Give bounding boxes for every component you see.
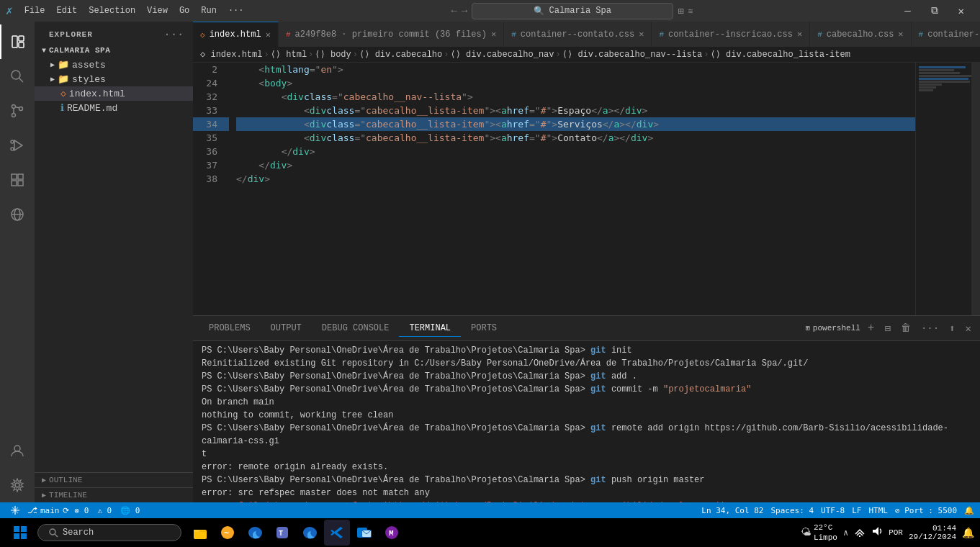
- extra1-taskbar-icon[interactable]: ~: [215, 520, 240, 546]
- tab-css-icon: #: [511, 30, 516, 39]
- tab-close-icon[interactable]: ✕: [898, 29, 903, 40]
- tab-close-icon[interactable]: ✕: [797, 29, 802, 40]
- settings-activity-icon[interactable]: [0, 468, 35, 502]
- terminal-more-btn[interactable]: ···: [918, 321, 942, 335]
- explorer-more-icon[interactable]: ···: [164, 29, 184, 40]
- maximize-btn[interactable]: ⧉: [921, 2, 948, 19]
- close-btn[interactable]: ✕: [948, 2, 974, 20]
- menu-file[interactable]: File: [19, 4, 51, 17]
- edge2-taskbar-icon[interactable]: [297, 520, 323, 546]
- terminal-content[interactable]: PS C:\Users\Baby Personal\OneDrive\Área …: [193, 341, 980, 502]
- tab-cards-css[interactable]: # container--cards.css ✕: [912, 22, 980, 47]
- tab-inscricao-css[interactable]: # container--inscricao.css ✕: [652, 22, 810, 47]
- run-debug-activity-icon[interactable]: [0, 128, 35, 163]
- breadcrumb-item-lista-item[interactable]: ⟨⟩ div.cabecalho_lista-item: [710, 49, 850, 60]
- tab-index-html[interactable]: ◇ index.html ✕: [193, 22, 279, 47]
- explorer-activity-icon[interactable]: [0, 24, 35, 59]
- tab-ports[interactable]: PORTS: [461, 320, 507, 336]
- taskbar-weather[interactable]: 🌤 22°C Limpo: [801, 523, 837, 543]
- start-button[interactable]: [6, 518, 35, 547]
- terminal-kill-btn[interactable]: 🗑: [898, 321, 914, 335]
- extensions-activity-icon[interactable]: [0, 163, 35, 197]
- edge-taskbar-icon[interactable]: [242, 520, 268, 546]
- breadcrumb-item-html[interactable]: ⟨⟩ html: [271, 49, 307, 60]
- svg-rect-11: [12, 174, 17, 179]
- sync-icon[interactable]: ⟳: [63, 506, 69, 515]
- menu-more[interactable]: ···: [222, 4, 250, 17]
- taskbar-time-date[interactable]: 01:44 29/12/2024: [909, 524, 956, 541]
- sidebar-item-readme[interactable]: ℹ README.md: [35, 101, 193, 115]
- layout-icon[interactable]: ⊞: [678, 5, 683, 17]
- tab-cabecalho-css[interactable]: # cabecalho.css ✕: [810, 22, 911, 47]
- source-control-activity-icon[interactable]: [0, 94, 35, 128]
- language-selector[interactable]: POR: [889, 528, 903, 537]
- file-explorer-taskbar-icon[interactable]: [187, 520, 213, 546]
- language-indicator[interactable]: HTML: [868, 506, 888, 515]
- tab-commit[interactable]: # a249f8e8 · primeiro commit (36 files) …: [279, 22, 504, 47]
- port-indicator[interactable]: ⊘ Port : 5500: [895, 506, 957, 515]
- tab-close-icon[interactable]: ✕: [491, 29, 496, 40]
- svg-line-25: [55, 534, 58, 537]
- project-root[interactable]: ▼ CALMARIA SPA: [35, 43, 193, 58]
- warnings-count[interactable]: ⚠ 0: [94, 506, 114, 515]
- search-bar[interactable]: 🔍 Calmaria Spa: [472, 3, 673, 19]
- menu-view[interactable]: View: [141, 4, 174, 17]
- breadcrumb-item-file[interactable]: ◇ index.html: [200, 49, 262, 60]
- terminal-close-btn[interactable]: ✕: [963, 321, 974, 336]
- nav-back-btn[interactable]: ←: [451, 5, 457, 17]
- tab-contato-css[interactable]: # container--contato.css ✕: [504, 22, 652, 47]
- menu-run[interactable]: Run: [195, 4, 222, 17]
- tab-label: index.html: [210, 30, 261, 40]
- tab-debug-console[interactable]: DEBUG CONSOLE: [312, 320, 400, 336]
- remote-activity-icon[interactable]: [0, 197, 35, 232]
- menu-go[interactable]: Go: [174, 4, 195, 17]
- taskbar-search[interactable]: Search: [37, 524, 181, 541]
- errors-count[interactable]: ⊗ 0: [72, 506, 92, 515]
- terminal-split-btn[interactable]: ⊟: [881, 321, 893, 336]
- vscode-taskbar-icon[interactable]: [324, 520, 350, 546]
- svg-point-7: [19, 107, 23, 111]
- account-activity-icon[interactable]: [0, 433, 35, 468]
- breadcrumb-item-body[interactable]: ⟨⟩ body: [315, 49, 351, 60]
- panel-tabs-left: PROBLEMS OUTPUT DEBUG CONSOLE TERMINAL P…: [199, 320, 507, 337]
- terminal-add-btn[interactable]: +: [865, 320, 878, 336]
- tab-problems[interactable]: PROBLEMS: [199, 320, 261, 336]
- tab-close-icon[interactable]: ✕: [266, 30, 271, 40]
- menu-selection[interactable]: Selection: [83, 4, 141, 17]
- timeline-section[interactable]: ▶ TIMELINE: [35, 487, 193, 502]
- remote-count[interactable]: 🌐 0: [117, 506, 143, 515]
- search-activity-icon[interactable]: [0, 59, 35, 94]
- spaces-indicator[interactable]: Spaces: 4: [770, 506, 814, 515]
- chevron-up-icon[interactable]: ∧: [843, 528, 848, 538]
- status-bar: ⎇ main ⟳ ⊗ 0 ⚠ 0 🌐 0 Ln 34, Col 82 Space…: [0, 502, 980, 518]
- weather-desc: Limpo: [814, 533, 837, 543]
- remote-status-icon[interactable]: [6, 505, 24, 515]
- remote-status[interactable]: ≋: [688, 6, 693, 16]
- outlook-taskbar-icon[interactable]: [351, 520, 377, 546]
- purple-app-taskbar-icon[interactable]: M: [379, 520, 405, 546]
- code-content[interactable]: <html lang="en"> <body> <div class="cabe…: [229, 63, 915, 315]
- minimize-btn[interactable]: —: [894, 2, 920, 19]
- terminal-maximize-btn[interactable]: ⬆: [946, 321, 958, 336]
- branch-name[interactable]: main: [40, 506, 60, 515]
- sidebar-item-assets[interactable]: ▶ 📁 assets: [35, 58, 193, 72]
- notifications-icon[interactable]: 🔔: [964, 506, 974, 515]
- sidebar-item-styles[interactable]: ▶ 📁 styles: [35, 72, 193, 86]
- tab-close-icon[interactable]: ✕: [639, 29, 644, 40]
- line-ending-indicator[interactable]: LF: [852, 506, 861, 515]
- outline-section[interactable]: ▶ OUTLINE: [35, 472, 193, 487]
- encoding-indicator[interactable]: UTF-8: [821, 506, 845, 515]
- breadcrumb-item-lista[interactable]: ⟨⟩ div.cabecalho_nav--lista: [562, 49, 702, 60]
- sidebar-item-index-html[interactable]: ◇ index.html: [35, 86, 193, 101]
- tab-output[interactable]: OUTPUT: [261, 320, 312, 336]
- cursor-position[interactable]: Ln 34, Col 82: [701, 506, 763, 515]
- breadcrumb-item-nav[interactable]: ⟨⟩ div.cabecalho_nav: [450, 49, 554, 60]
- taskbar-network-icon[interactable]: [854, 525, 866, 540]
- notification-btn[interactable]: 🔔: [962, 527, 974, 539]
- menu-edit[interactable]: Edit: [50, 4, 83, 17]
- breadcrumb-item-cabecalho[interactable]: ⟨⟩ div.cabecalho: [359, 49, 442, 60]
- taskbar-volume-icon[interactable]: [871, 525, 883, 540]
- nav-forward-btn[interactable]: →: [462, 5, 467, 17]
- tab-terminal[interactable]: TERMINAL: [399, 320, 461, 337]
- teams-taskbar-icon[interactable]: T: [269, 520, 295, 546]
